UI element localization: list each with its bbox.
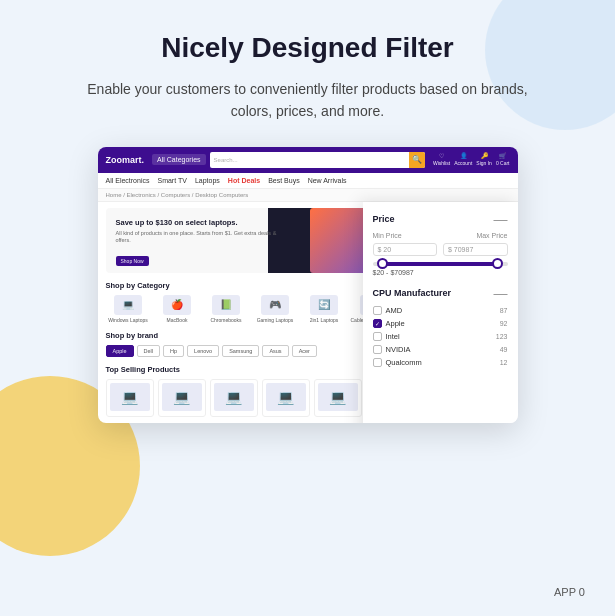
breadcrumb: Home / Electronics / Computers / Desktop… [98, 189, 518, 202]
search-bar[interactable]: Search... 🔍 [210, 152, 425, 168]
cat-label: 2in1 Laptops [310, 317, 339, 323]
page-title: Nicely Designed Filter [161, 32, 454, 64]
page-subtitle: Enable your customers to conveniently fi… [68, 78, 548, 123]
product-image: 💻 [162, 383, 202, 411]
amd-checkbox[interactable] [373, 306, 382, 315]
hero-text: Save up to $130 on select laptops. All k… [116, 218, 289, 267]
cpu-left: AMD [373, 306, 403, 315]
price-filter-header: Price — [373, 212, 508, 226]
apple-count: 92 [500, 320, 508, 327]
2in1-laptops-icon: 🔄 [310, 295, 338, 315]
list-item[interactable]: 📗 Chromebooks [204, 295, 249, 323]
cat-newarrivals[interactable]: New Arrivals [308, 177, 347, 184]
intel-checkbox[interactable] [373, 332, 382, 341]
price-collapse-icon[interactable]: — [494, 212, 508, 226]
cpu-apple[interactable]: Apple 92 [373, 319, 508, 328]
qualcomm-checkbox[interactable] [373, 358, 382, 367]
chromebooks-icon: 📗 [212, 295, 240, 315]
product-image: 💻 [214, 383, 254, 411]
brand-acer[interactable]: Acer [292, 345, 317, 357]
price-range-text: $20 - $70987 [373, 269, 508, 276]
cpu-left: Qualcomm [373, 358, 422, 367]
list-item[interactable]: 💻 Windows Laptops [106, 295, 151, 323]
cpu-left: Apple [373, 319, 405, 328]
cat-smarttv[interactable]: Smart TV [157, 177, 186, 184]
max-price-input[interactable]: $ 70987 [443, 243, 508, 256]
account-icon[interactable]: 👤Account [454, 153, 472, 167]
cpu-qualcomm[interactable]: Qualcomm 12 [373, 358, 508, 367]
hero-heading: Save up to $130 on select laptops. [116, 218, 289, 227]
brand-lenovo[interactable]: Lenovo [187, 345, 219, 357]
list-item[interactable]: 💻 [314, 379, 362, 417]
max-price-value: $ 70987 [448, 246, 473, 253]
cat-label: Chromebooks [210, 317, 241, 323]
range-thumb-right[interactable] [492, 258, 503, 269]
cat-hotdeals[interactable]: Hot Deals [228, 177, 260, 184]
apple-checkbox[interactable] [373, 319, 382, 328]
apple-label: Apple [386, 319, 405, 328]
range-thumb-left[interactable] [377, 258, 388, 269]
brand-hp[interactable]: Hp [163, 345, 184, 357]
nvidia-checkbox[interactable] [373, 345, 382, 354]
search-placeholder: Search... [214, 157, 409, 163]
hero-body: All kind of products in one place. Start… [116, 230, 289, 245]
price-labels: Min Price Max Price [373, 232, 508, 239]
price-filter-title: Price [373, 214, 395, 224]
product-image: 💻 [266, 383, 306, 411]
filter-panel: Price — Min Price Max Price $ 20 $ 70987 [363, 202, 518, 423]
cpu-collapse-icon[interactable]: — [494, 286, 508, 300]
intel-count: 123 [496, 333, 508, 340]
cpu-nvidia[interactable]: NVIDIA 49 [373, 345, 508, 354]
product-image: 💻 [318, 383, 358, 411]
nvidia-label: NVIDIA [386, 345, 411, 354]
app-label: APP 0 [554, 586, 585, 598]
search-button[interactable]: 🔍 [409, 152, 425, 168]
macbook-icon: 🍎 [163, 295, 191, 315]
cat-label: Gaming Laptops [257, 317, 294, 323]
min-price-label: Min Price [373, 232, 402, 239]
brand-apple[interactable]: Apple [106, 345, 134, 357]
range-slider-fill [379, 262, 501, 266]
cat-label: Windows Laptops [108, 317, 147, 323]
list-item[interactable]: 💻 [106, 379, 154, 417]
brand-samsung[interactable]: Samsung [222, 345, 259, 357]
price-filter-section: Price — Min Price Max Price $ 20 $ 70987 [373, 212, 508, 276]
list-item[interactable]: 💻 [210, 379, 258, 417]
max-price-label: Max Price [476, 232, 507, 239]
qualcomm-label: Qualcomm [386, 358, 422, 367]
content-area: Save up to $130 on select laptops. All k… [98, 202, 518, 423]
navbar: Zoomart. All Categories Search... 🔍 ♡Wis… [98, 147, 518, 173]
cat-label: MacBook [167, 317, 188, 323]
list-item[interactable]: 💻 [262, 379, 310, 417]
brand-dell[interactable]: Dell [137, 345, 160, 357]
list-item[interactable]: 🍎 MacBook [155, 295, 200, 323]
min-price-value: $ 20 [378, 246, 392, 253]
brand-asus[interactable]: Asus [262, 345, 288, 357]
intel-label: Intel [386, 332, 400, 341]
min-price-input[interactable]: $ 20 [373, 243, 438, 256]
wishlist-icon[interactable]: ♡Wishlist [433, 153, 450, 167]
cpu-amd[interactable]: AMD 87 [373, 306, 508, 315]
cat-bestbuys[interactable]: Best Buys [268, 177, 300, 184]
cpu-filter-header: CPU Manufacturer — [373, 286, 508, 300]
amd-count: 87 [500, 307, 508, 314]
signin-icon[interactable]: 🔑Sign In [476, 153, 492, 167]
hero-button[interactable]: Shop Now [116, 256, 149, 266]
list-item[interactable]: 🔄 2in1 Laptops [302, 295, 347, 323]
all-categories-dropdown[interactable]: All Categories [152, 154, 206, 165]
cpu-left: NVIDIA [373, 345, 411, 354]
category-bar: All Electronics Smart TV Laptops Hot Dea… [98, 173, 518, 189]
nav-icons: ♡Wishlist 👤Account 🔑Sign In 🛒0 Cart [433, 153, 510, 167]
range-slider-track[interactable] [373, 262, 508, 266]
browser-mockup: Zoomart. All Categories Search... 🔍 ♡Wis… [98, 147, 518, 423]
list-item[interactable]: 🎮 Gaming Laptops [253, 295, 298, 323]
list-item[interactable]: 💻 [158, 379, 206, 417]
nvidia-count: 49 [500, 346, 508, 353]
cpu-filter-section: CPU Manufacturer — AMD 87 Apple [373, 286, 508, 367]
qualcomm-count: 12 [500, 359, 508, 366]
cart-icon[interactable]: 🛒0 Cart [496, 153, 510, 167]
cat-all-electronics[interactable]: All Electronics [106, 177, 150, 184]
cat-laptops[interactable]: Laptops [195, 177, 220, 184]
cpu-intel[interactable]: Intel 123 [373, 332, 508, 341]
product-image: 💻 [110, 383, 150, 411]
